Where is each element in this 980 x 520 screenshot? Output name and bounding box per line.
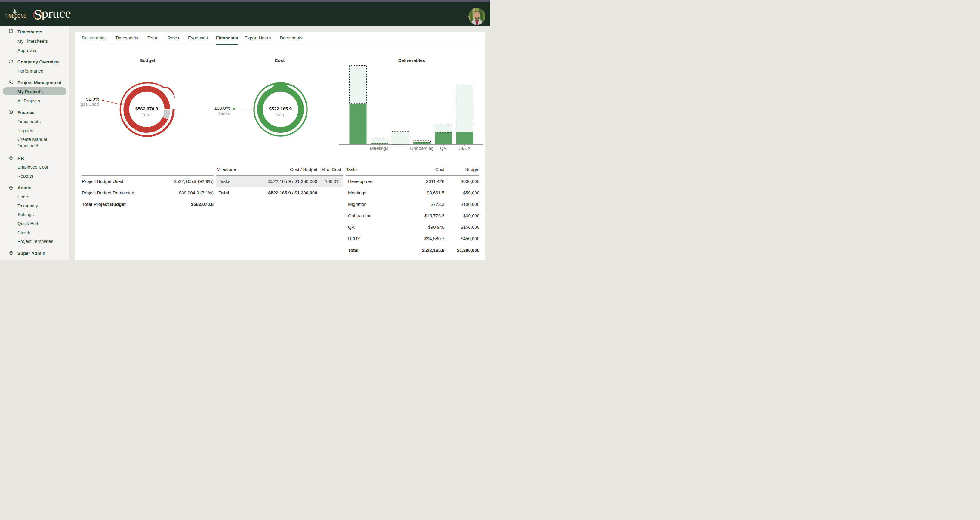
- svg-text:$: $: [10, 110, 11, 113]
